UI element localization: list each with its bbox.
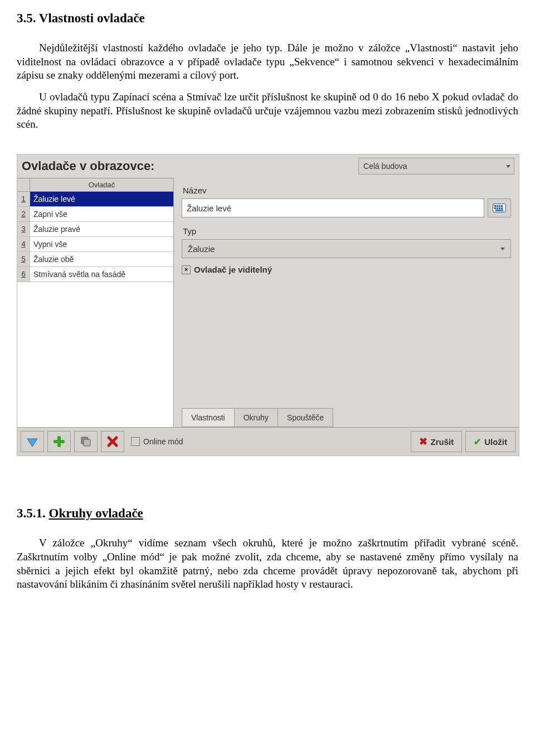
x-icon xyxy=(106,435,119,448)
type-select[interactable]: Žaluzie xyxy=(182,239,511,258)
copy-button[interactable] xyxy=(74,431,98,452)
list-header-num xyxy=(17,178,30,191)
svg-rect-2 xyxy=(497,205,498,207)
list-row[interactable]: 6 Stmívaná světla na fasádě xyxy=(17,267,173,282)
panel-footer: Online mód ✖ Zrušit ✔ Uložit xyxy=(17,427,519,455)
panel-title: Ovladače v obrazovce: xyxy=(22,159,154,173)
row-label: Zapni vše xyxy=(30,207,173,221)
tab-triggers[interactable]: Spouštěče xyxy=(278,408,333,427)
sub-heading: 3.5.1. Okruhy ovladače xyxy=(17,506,518,521)
name-input-value: Žaluzie levé xyxy=(187,203,231,213)
row-number: 2 xyxy=(17,207,30,221)
svg-rect-1 xyxy=(494,205,496,207)
save-button-label: Uložit xyxy=(484,437,507,447)
visible-checkbox[interactable]: × xyxy=(182,265,191,274)
svg-rect-12 xyxy=(54,440,65,443)
row-label: Žaluzie levé xyxy=(30,192,173,206)
body-paragraph-3: V záložce „Okruhy“ vidíme seznam všech o… xyxy=(17,536,518,592)
controllers-panel: Ovladače v obrazovce: Celá budova Ovlada… xyxy=(17,154,519,456)
online-mode-label: Online mód xyxy=(143,437,183,446)
sub-heading-number: 3.5.1. xyxy=(17,506,46,520)
name-label: Název xyxy=(183,186,511,195)
svg-rect-3 xyxy=(499,205,500,207)
form-column: Název Žaluzie levé Typ xyxy=(174,178,519,427)
list-row[interactable]: 4 Vypni vše xyxy=(17,237,173,252)
keyboard-icon xyxy=(493,203,506,212)
chevron-down-icon xyxy=(500,248,505,250)
row-number: 3 xyxy=(17,222,30,236)
copy-icon xyxy=(80,435,92,448)
tab-circuits[interactable]: Okruhy xyxy=(234,408,278,427)
online-mode-checkbox[interactable] xyxy=(131,437,140,446)
row-label: Žaluzie pravé xyxy=(30,222,173,236)
row-number: 5 xyxy=(17,252,30,266)
scope-select-value: Celá budova xyxy=(363,162,407,171)
list-row[interactable]: 3 Žaluzie pravé xyxy=(17,222,173,237)
sub-heading-text: Okruhy ovladače xyxy=(49,506,143,520)
list-header-label: Ovladač xyxy=(30,178,173,191)
body-paragraph-1: Nejdůležitější vlastností každého ovlada… xyxy=(17,41,518,83)
cancel-button-label: Zrušit xyxy=(431,437,454,447)
panel-body: Ovladač 1 Žaluzie levé 2 Zapni vše 3 Žal… xyxy=(17,178,519,427)
check-icon: ✔ xyxy=(474,437,481,447)
cancel-button[interactable]: ✖ Zrušit xyxy=(411,431,463,452)
svg-rect-5 xyxy=(494,207,496,209)
svg-marker-10 xyxy=(27,439,37,447)
panel-header: Ovladače v obrazovce: Celá budova xyxy=(17,154,519,178)
type-select-value: Žaluzie xyxy=(188,244,215,254)
svg-rect-4 xyxy=(501,205,503,207)
delete-button[interactable] xyxy=(101,431,124,452)
type-label: Typ xyxy=(183,226,511,236)
scope-select[interactable]: Celá budova xyxy=(358,158,514,175)
save-button[interactable]: ✔ Uložit xyxy=(465,431,515,452)
list-rows: 1 Žaluzie levé 2 Zapni vše 3 Žaluzie pra… xyxy=(17,192,173,427)
arrow-down-icon xyxy=(26,435,38,448)
plus-icon xyxy=(52,435,66,448)
controller-list: Ovladač 1 Žaluzie levé 2 Zapni vše 3 Žal… xyxy=(17,178,174,427)
row-label: Stmívaná světla na fasádě xyxy=(30,267,173,282)
onscreen-keyboard-button[interactable] xyxy=(488,198,511,217)
svg-rect-7 xyxy=(499,207,500,209)
row-label: Vypni vše xyxy=(30,237,173,251)
visible-checkbox-row[interactable]: × Ovladač je viditelný xyxy=(182,265,511,274)
svg-rect-14 xyxy=(84,439,90,446)
body-paragraph-2: U ovladačů typu Zapínací scéna a Stmívač… xyxy=(17,90,518,132)
list-row[interactable]: 1 Žaluzie levé xyxy=(17,192,173,207)
visible-checkbox-label: Ovladač je viditelný xyxy=(194,265,272,274)
svg-rect-6 xyxy=(497,207,498,209)
svg-rect-8 xyxy=(501,207,503,209)
online-mode-toggle[interactable]: Online mód xyxy=(131,437,183,446)
add-button[interactable] xyxy=(47,431,71,452)
section-heading: 3.5. Vlastnosti ovladače xyxy=(17,11,518,26)
tabs: Vlastnosti Okruhy Spouštěče xyxy=(182,408,511,427)
cancel-icon: ✖ xyxy=(419,435,427,448)
svg-rect-9 xyxy=(495,210,503,211)
name-input[interactable]: Žaluzie levé xyxy=(182,198,484,217)
tab-properties[interactable]: Vlastnosti xyxy=(182,408,235,427)
move-down-button[interactable] xyxy=(21,431,44,452)
row-number: 4 xyxy=(17,237,30,251)
row-number: 6 xyxy=(17,267,30,282)
row-label: Žaluzie obě xyxy=(30,252,173,266)
list-row[interactable]: 5 Žaluzie obě xyxy=(17,252,173,267)
row-number: 1 xyxy=(17,192,30,206)
list-row[interactable]: 2 Zapni vše xyxy=(17,207,173,222)
list-header: Ovladač xyxy=(17,178,173,192)
chevron-down-icon xyxy=(506,165,510,168)
